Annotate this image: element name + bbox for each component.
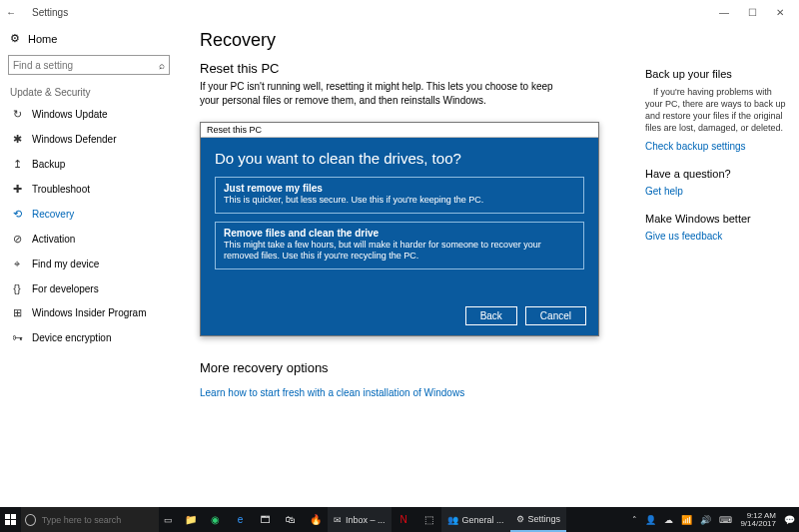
action-center[interactable]: 💬 (780, 507, 799, 532)
teams-icon: 👥 (447, 515, 458, 525)
sidebar-item-label: Troubleshoot (32, 184, 90, 195)
sidebar-item-insider[interactable]: ⊞Windows Insider Program (8, 300, 170, 325)
sidebar-item-device-encryption[interactable]: 🗝Device encryption (8, 325, 170, 349)
sidebar-item-windows-update[interactable]: ↻Windows Update (8, 102, 170, 127)
option-desc: This is quicker, but less secure. Use th… (224, 195, 575, 207)
right-panel: Back up your files If you're having prob… (641, 24, 799, 507)
sidebar-item-backup[interactable]: ↥Backup (8, 152, 170, 177)
store-icon: 🛍 (283, 514, 298, 525)
taskbar: ▭ 📁 ◉ e 🗔 🛍 🔥 ✉Inbox – ... N ⬚ 👥General … (0, 507, 799, 532)
troubleshoot-icon: ✚ (10, 183, 24, 196)
page-title: Recovery (200, 30, 637, 51)
dialog-title: Reset this PC (201, 123, 598, 138)
pinned-app[interactable]: N (392, 507, 416, 532)
back-button[interactable]: Back (465, 306, 517, 325)
sidebar-item-windows-defender[interactable]: ✱Windows Defender (8, 127, 170, 152)
sidebar-group-label: Update & Security (10, 87, 168, 98)
sidebar-item-label: For developers (32, 283, 99, 294)
tray-overflow[interactable]: ˄ (628, 507, 641, 532)
tray-people[interactable]: 👤 (641, 507, 660, 532)
recovery-icon: ⟲ (10, 208, 24, 221)
taskbar-app-settings[interactable]: ⚙Settings (510, 507, 567, 532)
pinned-app[interactable]: ◉ (203, 507, 228, 532)
feedback-link[interactable]: Give us feedback (645, 231, 789, 242)
fresh-start-link[interactable]: Learn how to start fresh with a clean in… (200, 387, 464, 398)
option-just-remove-files[interactable]: Just remove my files This is quicker, bu… (215, 177, 584, 214)
cloud-icon: ☁ (664, 515, 673, 525)
question-heading: Have a question? (645, 168, 789, 180)
edge-icon: e (233, 514, 248, 525)
sidebar-item-label: Windows Insider Program (32, 307, 146, 318)
pinned-app[interactable]: 📁 (178, 507, 203, 532)
backup-heading: Back up your files (645, 68, 789, 80)
locate-icon: ⌖ (10, 258, 24, 270)
option-desc: This might take a few hours, but will ma… (224, 240, 575, 263)
people-icon: 👤 (645, 515, 656, 525)
check-backup-link[interactable]: Check backup settings (645, 141, 789, 152)
sidebar-item-find-my-device[interactable]: ⌖Find my device (8, 252, 170, 276)
search-input[interactable] (13, 60, 159, 71)
pinned-app-edge[interactable]: e (228, 507, 253, 532)
pinned-app[interactable]: 🔥 (303, 507, 328, 532)
sync-icon: ↻ (10, 108, 24, 121)
tray-volume[interactable]: 🔊 (696, 507, 715, 532)
sidebar-item-label: Windows Update (32, 109, 108, 120)
speaker-icon: 🔊 (700, 515, 711, 525)
sidebar-item-label: Find my device (32, 259, 99, 269)
pinned-app-store[interactable]: 🛍 (278, 507, 303, 532)
sidebar-item-label: Activation (32, 234, 75, 245)
taskbar-search[interactable] (21, 507, 159, 532)
option-remove-and-clean[interactable]: Remove files and clean the drive This mi… (215, 222, 584, 269)
folder-icon: 📁 (183, 514, 198, 525)
better-heading: Make Windows better (645, 213, 789, 225)
back-button[interactable]: ← (4, 5, 18, 19)
option-title: Just remove my files (224, 183, 575, 194)
mail-icon: ✉ (334, 515, 342, 525)
task-view-icon: ▭ (164, 515, 173, 525)
cancel-button[interactable]: Cancel (525, 306, 586, 325)
option-title: Remove files and clean the drive (224, 228, 575, 239)
reset-pc-heading: Reset this PC (200, 61, 637, 76)
pinned-app[interactable]: 🗔 (253, 507, 278, 532)
sidebar: ⚙ Home ⌕ Update & Security ↻Windows Upda… (0, 24, 178, 507)
home-nav[interactable]: ⚙ Home (8, 28, 170, 49)
tray-input[interactable]: ⌨ (715, 507, 736, 532)
get-help-link[interactable]: Get help (645, 186, 789, 197)
sidebar-item-for-developers[interactable]: {}For developers (8, 276, 170, 300)
tray-network[interactable]: 📶 (677, 507, 696, 532)
minimize-button[interactable]: — (715, 5, 733, 19)
sidebar-item-label: Windows Defender (32, 134, 116, 145)
cortana-icon (25, 514, 36, 526)
taskbar-app-label: Inbox – ... (346, 515, 386, 525)
main-content: Recovery Reset this PC If your PC isn't … (178, 24, 641, 507)
code-icon: {} (10, 282, 24, 294)
notification-icon: 💬 (784, 515, 795, 525)
search-icon: ⌕ (159, 60, 165, 71)
app-icon: N (397, 514, 411, 525)
pinned-app[interactable]: ⬚ (416, 507, 441, 532)
sidebar-item-activation[interactable]: ⊘Activation (8, 227, 170, 252)
key-icon: 🗝 (10, 331, 24, 343)
sidebar-item-troubleshoot[interactable]: ✚Troubleshoot (8, 177, 170, 202)
taskbar-app-mail[interactable]: ✉Inbox – ... (328, 507, 392, 532)
taskbar-app-label: Settings (528, 514, 561, 524)
dialog-question: Do you want to clean the drives, too? (215, 150, 584, 167)
sidebar-item-label: Device encryption (32, 332, 111, 343)
home-label: Home (28, 33, 57, 45)
keyboard-icon: ⌨ (719, 515, 732, 525)
more-recovery-heading: More recovery options (200, 360, 637, 375)
taskbar-search-input[interactable] (42, 515, 153, 525)
tray-clock[interactable]: 9:12 AM 9/14/2017 (736, 512, 780, 528)
tray-onedrive[interactable]: ☁ (660, 507, 677, 532)
gear-icon: ⚙ (516, 514, 524, 524)
app-icon: ◉ (208, 514, 223, 525)
taskbar-app-teams[interactable]: 👥General ... (441, 507, 510, 532)
windows-logo-icon (5, 514, 16, 525)
maximize-button[interactable]: ☐ (743, 5, 761, 19)
close-button[interactable]: ✕ (771, 5, 789, 19)
app-icon: 🔥 (308, 514, 323, 525)
find-setting-search[interactable]: ⌕ (8, 55, 170, 75)
task-view-button[interactable]: ▭ (159, 507, 178, 532)
start-button[interactable] (0, 507, 21, 532)
sidebar-item-recovery[interactable]: ⟲Recovery (8, 202, 170, 227)
